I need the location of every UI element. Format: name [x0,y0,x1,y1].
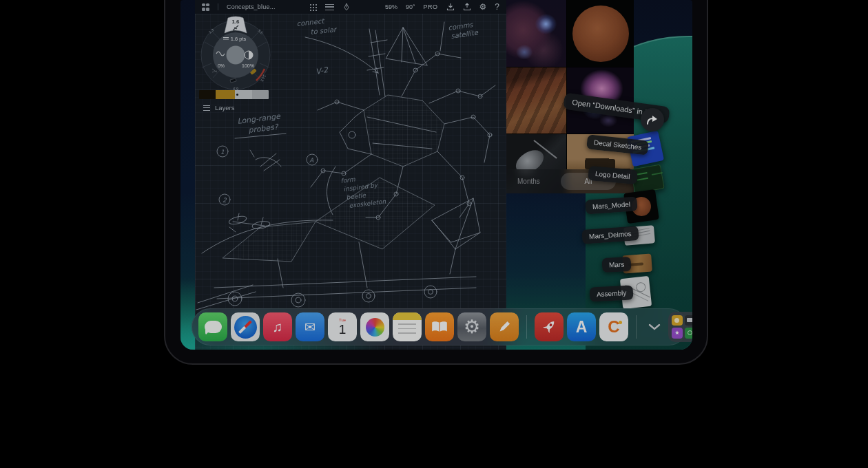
layers-label: Layers [215,104,235,111]
swatch-selector-dot [236,94,238,96]
settings-gear-icon[interactable]: ⚙ [479,3,487,11]
dock-settings-icon[interactable]: ⚙ [457,312,486,341]
drag-label-mars: Mars [601,257,631,273]
toolbar-divider [218,3,218,10]
dock-appstore-icon[interactable]: A [567,312,596,341]
zoom-level[interactable]: 59% [385,3,397,10]
share-drop-button[interactable] [641,108,664,131]
swatch-light-gray[interactable] [235,90,252,99]
layers-menu-icon [203,105,210,111]
pen-mode-icon[interactable] [342,3,351,11]
dock-calendar-icon[interactable]: Tue 1 [328,312,357,341]
dock-messages-icon[interactable] [198,312,227,341]
tool-wheel[interactable]: 1.6 1.3 3.5 14.5 6.9 1.6 pts [198,15,273,92]
dock-chevron-down-icon[interactable] [644,312,665,341]
swatch-gray[interactable] [252,90,269,99]
layers-panel-icon[interactable] [325,4,334,10]
layers-control[interactable]: Layers [203,104,235,111]
note-marker-a: A [309,157,314,164]
dock: ♫ ✉ Tue 1 ⚙ [192,308,688,345]
dock-rocket-icon[interactable] [535,312,564,341]
help-icon[interactable]: ? [495,3,499,11]
mini-tips-icon [672,315,683,326]
envelope-glyph: ✉ [304,319,316,335]
note-version: V-2 [315,65,329,76]
dock-sketch-pen-icon[interactable] [490,312,519,341]
ipad-screen: Concepts_blue... 59% 90° PRO ⚙ ? [180,0,692,350]
note-connect-line2: to solar [310,25,338,36]
calendar-day: 1 [339,323,347,336]
snap-grid-icon[interactable] [309,3,317,11]
note-beetle-line1: form [340,176,355,184]
opacity-max-label[interactable]: 100% [242,63,254,68]
dock-books-icon[interactable] [425,312,454,341]
music-note-glyph: ♫ [273,319,283,335]
gear-glyph: ⚙ [464,318,480,337]
drag-label-assembly: Assembly [589,285,633,301]
import-icon[interactable] [446,3,455,11]
stroke-width-label[interactable]: 1.6 pts [231,36,247,42]
color-swatch-bar[interactable] [199,90,269,99]
mini-star-icon: ★ [672,328,683,339]
concepts-c-glyph: C [608,317,619,337]
stage: Concepts_blue... 59% 90° PRO ⚙ ? [0,0,868,468]
dock-music-icon[interactable]: ♫ [263,312,292,341]
dock-photos-icon[interactable] [360,312,389,341]
concepts-toolbar: Concepts_blue... 59% 90° PRO ⚙ ? [195,0,506,14]
mini-camera-icon [685,315,693,326]
rotation-value[interactable]: 90° [406,3,415,10]
tab-months[interactable]: Months [517,169,540,193]
opacity-min-label[interactable]: 0% [218,63,225,68]
mini-activity-icon [685,328,693,339]
document-title[interactable]: Concepts_blue... [227,3,276,10]
dock-safari-icon[interactable] [231,312,260,341]
dock-divider [526,315,527,339]
note-marker-1: 1 [220,149,225,156]
photo-horsehead-nebula[interactable] [506,0,566,67]
active-size-label: 1.6 [231,19,240,25]
dock-app-library-icon[interactable]: ★ [668,312,692,342]
pro-badge[interactable]: PRO [424,3,438,10]
concepts-dot [619,321,622,324]
swatch-gold[interactable] [216,90,235,99]
export-share-icon[interactable] [463,3,471,11]
forward-arrow-icon [646,115,659,125]
dock-mail-icon[interactable]: ✉ [296,312,324,341]
gallery-grid-icon[interactable] [202,3,209,11]
note-marker-2: 2 [223,197,227,204]
appstore-a-glyph: A [576,318,588,337]
note-connect-line1: connect [296,17,326,28]
dock-divider-2 [636,315,637,339]
dock-concepts-icon[interactable]: C [599,312,628,341]
dock-notes-icon[interactable] [393,312,422,341]
photo-mars-globe[interactable] [567,0,634,67]
note-probes-line2: probes? [248,123,280,135]
swatch-dark[interactable] [199,90,216,99]
photo-mars-surface[interactable] [506,67,566,134]
